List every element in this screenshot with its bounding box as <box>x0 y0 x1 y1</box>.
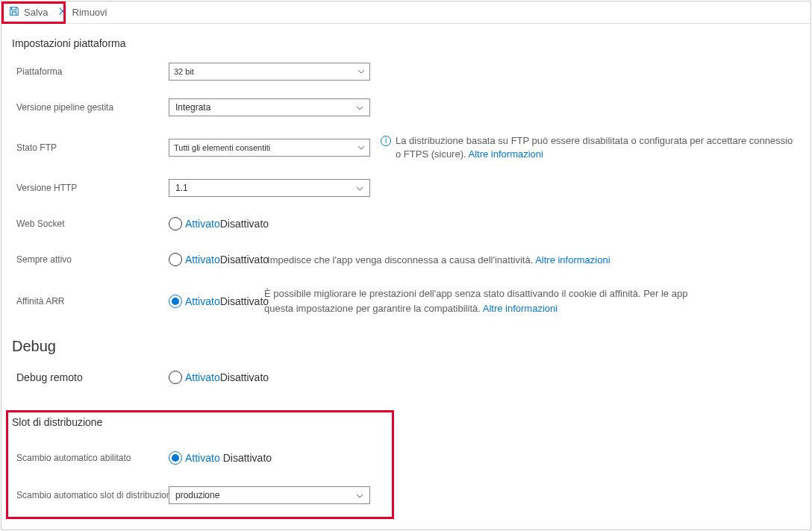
arr-off-label: Disattivato <box>220 295 269 307</box>
arr-help: È possibile migliorare le prestazioni de… <box>264 286 687 315</box>
remote-debug-on-label: Attivato <box>185 371 220 383</box>
pipeline-dropdown[interactable]: Integrata <box>169 98 370 116</box>
save-button[interactable]: Salva <box>9 6 49 19</box>
arr-on-radio[interactable] <box>169 295 182 308</box>
autoswap-slot-dropdown[interactable]: produzione <box>169 486 370 504</box>
toolbar: Salva Rimuovi <box>1 1 811 24</box>
arr-radio-group: Attivato Disattivato <box>169 295 269 308</box>
remove-button[interactable]: Rimuovi <box>57 6 107 19</box>
platform-dropdown[interactable]: 32 bit <box>169 63 370 81</box>
alwayson-radio-group: Attivato Disattivato <box>169 253 269 266</box>
alwayson-off-label: Disattivato <box>220 254 269 266</box>
chevron-down-icon <box>356 104 363 111</box>
arr-more-link[interactable]: Altre informazioni <box>483 303 558 314</box>
chevron-down-icon <box>356 184 363 192</box>
autoswap-slot-value: produzione <box>175 490 219 500</box>
ftp-dropdown[interactable]: Tutti gli elementi consentiti <box>169 139 370 157</box>
chevron-down-icon <box>357 68 365 75</box>
save-label: Salva <box>24 7 49 18</box>
websocket-radio-group: Attivato Disattivato <box>169 217 269 230</box>
alwayson-more-link[interactable]: Altre informazioni <box>535 254 610 266</box>
debug-section-title: Debug <box>12 338 800 355</box>
slot-section-title: Slot di distribuzione <box>12 416 800 428</box>
info-icon: i <box>381 136 391 146</box>
ftp-value: Tutti gli elementi consentiti <box>174 143 270 152</box>
pipeline-label: Versione pipeline gestita <box>12 102 169 113</box>
http-dropdown[interactable]: 1.1 <box>169 179 370 197</box>
autoswap-off-label: Disattivato <box>223 452 272 464</box>
pipeline-value: Integrata <box>175 102 210 113</box>
autoswap-radio-group: Attivato Disattivato <box>169 451 272 465</box>
chevron-down-icon <box>357 144 365 151</box>
close-icon <box>57 6 68 19</box>
arr-label: Affinità ARR <box>12 296 169 307</box>
alwayson-on-radio[interactable] <box>169 253 182 266</box>
save-icon <box>9 6 19 19</box>
platform-label: Piattaforma <box>12 66 169 77</box>
autoswap-slot-label: Scambio automatico slot di distribuzione <box>12 490 184 500</box>
autoswap-on-radio[interactable] <box>169 451 182 465</box>
remote-debug-on-radio[interactable] <box>169 371 182 384</box>
remote-debug-label: Debug remoto <box>12 371 169 383</box>
ftp-label: Stato FTP <box>12 142 169 153</box>
websocket-on-label: Attivato <box>185 218 220 230</box>
alwayson-on-label: Attivato <box>185 254 220 266</box>
alwayson-label: Sempre attivo <box>12 254 169 265</box>
remove-label: Rimuovi <box>72 7 107 18</box>
platform-value: 32 bit <box>174 67 194 76</box>
websocket-on-radio[interactable] <box>169 217 182 230</box>
websocket-label: Web Socket <box>12 219 169 229</box>
alwayson-help: Impedisce che l'app venga disconnessa a … <box>267 253 610 268</box>
platform-section-title: Impostazioni piattaforma <box>12 37 800 49</box>
remote-debug-off-label: Disattivato <box>220 371 269 383</box>
chevron-down-icon <box>356 491 363 499</box>
ftp-help: La distribuzione basata su FTP può esser… <box>396 134 793 161</box>
autoswap-label: Scambio automatico abilitato <box>12 453 169 463</box>
http-value: 1.1 <box>175 183 188 193</box>
http-label: Versione HTTP <box>12 183 169 193</box>
remote-debug-radio-group: Attivato Disattivato <box>169 371 269 384</box>
websocket-off-label: Disattivato <box>220 218 269 230</box>
arr-on-label: Attivato <box>185 295 220 307</box>
autoswap-on-label: Attivato <box>185 452 220 464</box>
ftp-more-link[interactable]: Altre informazioni <box>469 148 543 160</box>
